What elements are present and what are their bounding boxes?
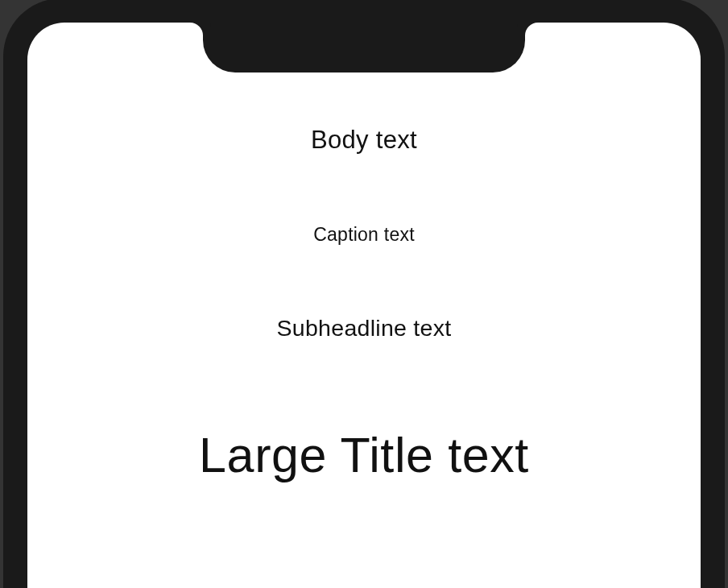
typography-samples: Body text Caption text Subheadline text … <box>27 23 701 483</box>
caption-text-label: Caption text <box>313 224 415 246</box>
device-notch <box>203 23 525 72</box>
screen-clip: Body text Caption text Subheadline text … <box>27 23 701 588</box>
subheadline-text-label: Subheadline text <box>277 315 452 342</box>
large-title-text-label: Large Title text <box>199 427 529 483</box>
device-screen: Body text Caption text Subheadline text … <box>27 23 701 588</box>
body-text-label: Body text <box>311 126 417 155</box>
device-frame: Body text Caption text Subheadline text … <box>3 0 725 588</box>
